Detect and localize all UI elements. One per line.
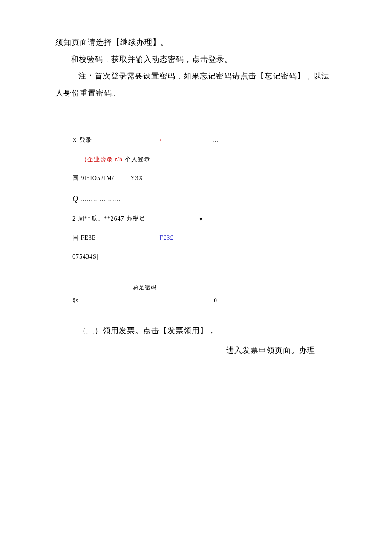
section-two-line2: 进入发票申领页面。办理 [55,343,337,358]
paragraph-1: 须知页面请选择【继续办理】。 [55,34,337,51]
login-form-screenshot: X 登录 / … （企业赞录 r/b 个人登录 国 9I5IO52IM/ Y3X… [72,136,337,305]
footer-right-symbol: θ [214,296,217,305]
slash-separator: / [160,137,162,143]
user-select-field[interactable]: 2 周**瓜。**2647 办税员 ▼ [72,214,337,224]
tab-enterprise-suffix: r/b [115,156,123,163]
captcha-value: FE3E [81,235,96,241]
document-page: 须知页面请选择【继续办理】。 和校验码，获取并输入动态密码，点击登录。 注：首次… [0,0,392,358]
paragraph-3: 注：首次登录需要设置密码，如果忘记密码请点击【忘记密码】，以法人身份重置密码。 [55,68,337,102]
captcha-image-text: F£3£ [159,235,173,241]
captcha-icon-label: 国 [72,235,79,241]
login-title: X 登录 [72,137,92,143]
credit-code-field[interactable]: 国 9I5IO52IM/ Y3X [72,174,337,183]
field-icon-label: 国 [72,175,79,181]
dynamic-code-value: 075434S| [72,253,98,260]
password-field[interactable]: Q ………………. [72,193,337,205]
header-dots: … [213,137,219,143]
password-icon: Q [72,195,78,203]
footer-left-symbol: §s [72,296,78,305]
tab-personal-login[interactable]: 个人登录 [125,156,150,163]
forgot-password-link[interactable]: 总足密码 [72,283,217,292]
credit-code-value: 9I5IO52IM/ [81,175,114,181]
section-two-line1: （二）领用发票。点击【发票领用】， [55,323,337,338]
dynamic-code-field[interactable]: 075434S| [72,252,337,262]
credit-code-suffix: Y3X [130,175,143,181]
tab-enterprise-login[interactable]: （企业赞录 r/b [81,156,125,163]
password-masked: ………………. [81,196,121,203]
user-select-value: 2 周**瓜。**2647 办税员 [72,215,145,222]
chevron-down-icon: ▼ [199,215,204,223]
paragraph-2: 和校验码，获取并输入动态密码，点击登录。 [55,51,337,68]
login-header-row: X 登录 / … [72,136,337,145]
captcha-field[interactable]: 国 FE3E F£3£ [72,233,337,243]
login-tabs: （企业赞录 r/b 个人登录 [81,155,337,164]
login-footer-row: §s θ [72,296,217,305]
tab-enterprise-text: （企业赞录 [81,156,113,163]
